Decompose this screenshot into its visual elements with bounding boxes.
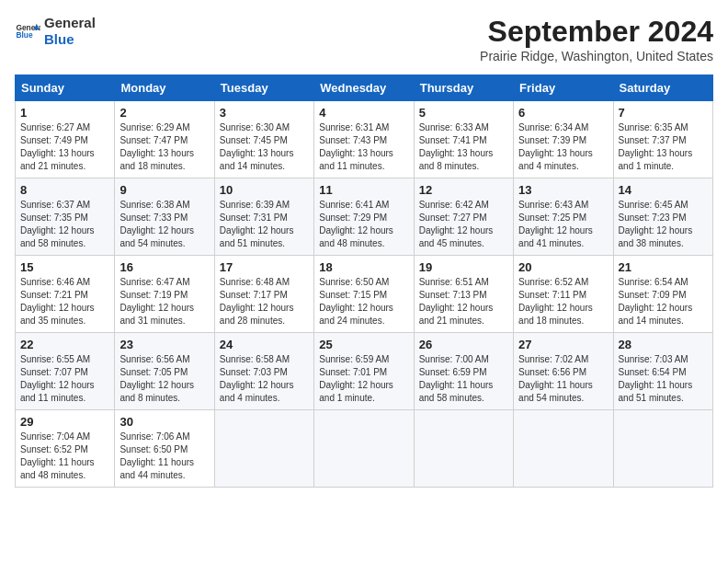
calendar-cell: 3Sunrise: 6:30 AM Sunset: 7:45 PM Daylig… xyxy=(214,101,313,178)
logo-line1: General xyxy=(44,15,96,31)
calendar-cell xyxy=(414,410,513,488)
cell-sun-info: Sunrise: 6:48 AM Sunset: 7:17 PM Dayligh… xyxy=(220,276,309,327)
calendar-cell: 9Sunrise: 6:38 AM Sunset: 7:33 PM Daylig… xyxy=(115,178,214,256)
day-number: 27 xyxy=(518,338,608,351)
cell-sun-info: Sunrise: 6:37 AM Sunset: 7:35 PM Dayligh… xyxy=(20,199,109,250)
cell-sun-info: Sunrise: 6:30 AM Sunset: 7:45 PM Dayligh… xyxy=(220,121,309,173)
cell-sun-info: Sunrise: 7:03 AM Sunset: 6:54 PM Dayligh… xyxy=(619,353,708,405)
day-header-friday: Friday xyxy=(514,75,613,101)
cell-sun-info: Sunrise: 6:33 AM Sunset: 7:41 PM Dayligh… xyxy=(419,121,508,173)
calendar-cell xyxy=(514,410,613,488)
day-number: 10 xyxy=(220,183,309,197)
calendar-cell: 18Sunrise: 6:50 AM Sunset: 7:15 PM Dayli… xyxy=(314,256,414,333)
calendar-week-row: 1Sunrise: 6:27 AM Sunset: 7:49 PM Daylig… xyxy=(16,101,713,178)
calendar-cell: 2Sunrise: 6:29 AM Sunset: 7:47 PM Daylig… xyxy=(115,101,214,178)
calendar-cell: 25Sunrise: 6:59 AM Sunset: 7:01 PM Dayli… xyxy=(314,333,414,410)
calendar-cell: 17Sunrise: 6:48 AM Sunset: 7:17 PM Dayli… xyxy=(214,256,313,333)
cell-sun-info: Sunrise: 6:59 AM Sunset: 7:01 PM Dayligh… xyxy=(319,353,408,405)
day-number: 6 xyxy=(518,106,608,120)
day-number: 18 xyxy=(319,260,408,274)
calendar-cell: 14Sunrise: 6:45 AM Sunset: 7:23 PM Dayli… xyxy=(613,178,712,256)
cell-sun-info: Sunrise: 6:54 AM Sunset: 7:09 PM Dayligh… xyxy=(619,276,708,327)
day-number: 21 xyxy=(619,260,708,274)
day-number: 9 xyxy=(119,183,209,197)
calendar-week-row: 22Sunrise: 6:55 AM Sunset: 7:07 PM Dayli… xyxy=(16,333,713,410)
day-number: 3 xyxy=(220,106,309,120)
calendar-cell: 6Sunrise: 6:34 AM Sunset: 7:39 PM Daylig… xyxy=(514,101,613,178)
day-number: 28 xyxy=(619,338,708,351)
cell-sun-info: Sunrise: 6:41 AM Sunset: 7:29 PM Dayligh… xyxy=(319,199,408,250)
cell-sun-info: Sunrise: 6:46 AM Sunset: 7:21 PM Dayligh… xyxy=(20,276,109,327)
day-header-thursday: Thursday xyxy=(414,75,513,101)
calendar-week-row: 8Sunrise: 6:37 AM Sunset: 7:35 PM Daylig… xyxy=(16,178,713,256)
day-header-saturday: Saturday xyxy=(613,75,712,101)
day-number: 2 xyxy=(119,106,209,120)
calendar-cell: 29Sunrise: 7:04 AM Sunset: 6:52 PM Dayli… xyxy=(16,410,115,488)
logo-text: General Blue xyxy=(44,15,96,48)
calendar-header-row: SundayMondayTuesdayWednesdayThursdayFrid… xyxy=(16,75,713,101)
cell-sun-info: Sunrise: 6:56 AM Sunset: 7:05 PM Dayligh… xyxy=(119,353,209,405)
calendar-table: SundayMondayTuesdayWednesdayThursdayFrid… xyxy=(15,75,713,488)
calendar-cell: 13Sunrise: 6:43 AM Sunset: 7:25 PM Dayli… xyxy=(514,178,613,256)
calendar-cell: 11Sunrise: 6:41 AM Sunset: 7:29 PM Dayli… xyxy=(314,178,414,256)
day-number: 22 xyxy=(20,338,109,351)
cell-sun-info: Sunrise: 6:47 AM Sunset: 7:19 PM Dayligh… xyxy=(119,276,209,327)
calendar-cell: 28Sunrise: 7:03 AM Sunset: 6:54 PM Dayli… xyxy=(613,333,712,410)
cell-sun-info: Sunrise: 6:51 AM Sunset: 7:13 PM Dayligh… xyxy=(419,276,508,327)
calendar-cell: 7Sunrise: 6:35 AM Sunset: 7:37 PM Daylig… xyxy=(613,101,712,178)
day-number: 30 xyxy=(119,415,209,429)
calendar-week-row: 29Sunrise: 7:04 AM Sunset: 6:52 PM Dayli… xyxy=(16,410,713,488)
calendar-cell: 19Sunrise: 6:51 AM Sunset: 7:13 PM Dayli… xyxy=(414,256,513,333)
cell-sun-info: Sunrise: 6:55 AM Sunset: 7:07 PM Dayligh… xyxy=(20,353,109,405)
day-number: 1 xyxy=(20,106,109,120)
cell-sun-info: Sunrise: 6:52 AM Sunset: 7:11 PM Dayligh… xyxy=(518,276,608,327)
calendar-cell: 22Sunrise: 6:55 AM Sunset: 7:07 PM Dayli… xyxy=(16,333,115,410)
cell-sun-info: Sunrise: 6:39 AM Sunset: 7:31 PM Dayligh… xyxy=(220,199,309,250)
calendar-cell: 4Sunrise: 6:31 AM Sunset: 7:43 PM Daylig… xyxy=(314,101,414,178)
cell-sun-info: Sunrise: 7:00 AM Sunset: 6:59 PM Dayligh… xyxy=(419,353,508,405)
title-area: September 2024 Prairie Ridge, Washington… xyxy=(480,15,713,63)
day-header-sunday: Sunday xyxy=(16,75,115,101)
day-number: 17 xyxy=(220,260,309,274)
logo: General Blue General Blue xyxy=(15,15,96,48)
calendar-cell: 26Sunrise: 7:00 AM Sunset: 6:59 PM Dayli… xyxy=(414,333,513,410)
day-number: 26 xyxy=(419,338,508,351)
day-number: 12 xyxy=(419,183,508,197)
cell-sun-info: Sunrise: 6:31 AM Sunset: 7:43 PM Dayligh… xyxy=(319,121,408,173)
cell-sun-info: Sunrise: 6:38 AM Sunset: 7:33 PM Dayligh… xyxy=(119,199,209,250)
calendar-cell: 21Sunrise: 6:54 AM Sunset: 7:09 PM Dayli… xyxy=(613,256,712,333)
calendar-cell: 23Sunrise: 6:56 AM Sunset: 7:05 PM Dayli… xyxy=(115,333,214,410)
calendar-cell: 24Sunrise: 6:58 AM Sunset: 7:03 PM Dayli… xyxy=(214,333,313,410)
day-number: 7 xyxy=(619,106,708,120)
month-title: September 2024 xyxy=(480,15,713,49)
cell-sun-info: Sunrise: 6:58 AM Sunset: 7:03 PM Dayligh… xyxy=(220,353,309,405)
svg-text:Blue: Blue xyxy=(16,30,32,40)
calendar-cell: 16Sunrise: 6:47 AM Sunset: 7:19 PM Dayli… xyxy=(115,256,214,333)
day-number: 15 xyxy=(20,260,109,274)
location-title: Prairie Ridge, Washington, United States xyxy=(480,49,713,63)
calendar-cell: 30Sunrise: 7:06 AM Sunset: 6:50 PM Dayli… xyxy=(115,410,214,488)
cell-sun-info: Sunrise: 6:43 AM Sunset: 7:25 PM Dayligh… xyxy=(518,199,608,250)
logo-icon: General Blue xyxy=(15,18,40,44)
day-number: 25 xyxy=(319,338,408,351)
day-number: 4 xyxy=(319,106,408,120)
day-header-tuesday: Tuesday xyxy=(214,75,313,101)
day-number: 20 xyxy=(518,260,608,274)
cell-sun-info: Sunrise: 6:27 AM Sunset: 7:49 PM Dayligh… xyxy=(20,121,109,173)
day-number: 23 xyxy=(119,338,209,351)
calendar-cell xyxy=(314,410,414,488)
day-number: 16 xyxy=(119,260,209,274)
header: General Blue General Blue September 2024… xyxy=(15,15,713,63)
calendar-cell: 5Sunrise: 6:33 AM Sunset: 7:41 PM Daylig… xyxy=(414,101,513,178)
calendar-body: 1Sunrise: 6:27 AM Sunset: 7:49 PM Daylig… xyxy=(16,101,713,488)
calendar-week-row: 15Sunrise: 6:46 AM Sunset: 7:21 PM Dayli… xyxy=(16,256,713,333)
day-number: 13 xyxy=(518,183,608,197)
day-number: 11 xyxy=(319,183,408,197)
logo-line2: Blue xyxy=(44,31,96,48)
day-number: 14 xyxy=(619,183,708,197)
day-number: 29 xyxy=(20,415,109,429)
calendar-cell: 27Sunrise: 7:02 AM Sunset: 6:56 PM Dayli… xyxy=(514,333,613,410)
cell-sun-info: Sunrise: 7:02 AM Sunset: 6:56 PM Dayligh… xyxy=(518,353,608,405)
calendar-cell: 20Sunrise: 6:52 AM Sunset: 7:11 PM Dayli… xyxy=(514,256,613,333)
day-number: 5 xyxy=(419,106,508,120)
